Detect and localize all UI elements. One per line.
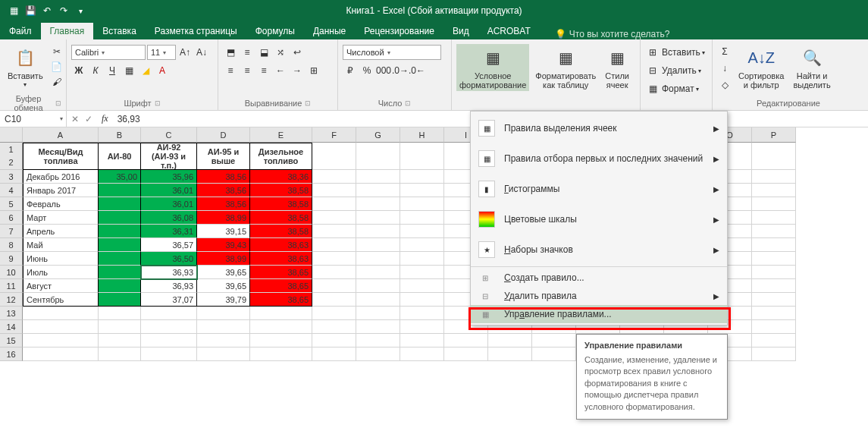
align-bottom-icon[interactable]: ⬓ — [256, 45, 271, 60]
cell[interactable] — [250, 348, 312, 361]
cell[interactable] — [400, 266, 444, 279]
cell[interactable] — [400, 197, 444, 211]
qat-customize-icon[interactable]: ▾ — [74, 5, 86, 17]
align-right-icon[interactable]: ≡ — [256, 63, 271, 78]
conditional-formatting-button[interactable]: ▦ Условное форматирование — [456, 44, 529, 91]
table-cell[interactable] — [99, 225, 141, 238]
cell[interactable] — [99, 334, 141, 348]
table-cell[interactable]: 36,93 — [141, 279, 197, 293]
cell[interactable] — [312, 334, 356, 348]
cell[interactable] — [312, 293, 356, 307]
cf-manage-rules[interactable]: ▦ Управление правилами... — [471, 305, 727, 323]
cell[interactable] — [752, 334, 796, 348]
table-cell[interactable]: 38,99 — [197, 211, 250, 225]
cell[interactable] — [356, 348, 400, 361]
table-cell[interactable] — [99, 293, 141, 307]
cell[interactable] — [752, 170, 796, 184]
cell[interactable] — [356, 252, 400, 266]
cell[interactable] — [752, 238, 796, 252]
row-header[interactable]: 10 — [0, 266, 23, 279]
cut-icon[interactable]: ✂ — [49, 44, 64, 59]
table-header-cell[interactable]: АИ-92 (АИ-93 и т.п.) — [141, 143, 197, 170]
row-header[interactable]: 9 — [0, 252, 23, 266]
cell[interactable] — [356, 266, 400, 279]
column-header[interactable]: E — [250, 127, 312, 143]
cell[interactable] — [752, 225, 796, 238]
cell[interactable] — [356, 225, 400, 238]
cell[interactable] — [752, 307, 796, 320]
row-header[interactable]: 5 — [0, 197, 23, 211]
cell[interactable] — [312, 184, 356, 197]
table-cell[interactable]: 37,07 — [141, 293, 197, 307]
font-size-combo[interactable]: 11▾ — [147, 45, 176, 60]
clear-icon[interactable]: ◇ — [717, 77, 732, 93]
table-cell[interactable]: 38,56 — [197, 184, 250, 197]
cell[interactable] — [752, 197, 796, 211]
number-format-combo[interactable]: Числовой▾ — [343, 45, 441, 60]
row-header[interactable]: 12 — [0, 143, 23, 170]
cell[interactable] — [197, 320, 250, 334]
table-cell[interactable] — [99, 252, 141, 266]
table-cell[interactable]: 38,36 — [250, 170, 312, 184]
cell[interactable] — [250, 320, 312, 334]
save-icon[interactable]: 💾 — [24, 5, 36, 17]
cell[interactable] — [444, 334, 488, 348]
row-header[interactable]: 11 — [0, 279, 23, 293]
cell[interactable] — [312, 252, 356, 266]
table-cell[interactable]: Март — [23, 211, 99, 225]
table-cell[interactable]: 36,57 — [141, 238, 197, 252]
tab-review[interactable]: Рецензирование — [355, 23, 443, 39]
cell[interactable] — [400, 143, 444, 170]
underline-button[interactable]: Ч — [105, 63, 120, 78]
table-cell[interactable]: Январь 2017 — [23, 184, 99, 197]
table-cell[interactable]: 36,01 — [141, 184, 197, 197]
cell[interactable] — [23, 320, 99, 334]
cell[interactable] — [356, 279, 400, 293]
align-top-icon[interactable]: ⬒ — [223, 45, 238, 60]
table-cell[interactable]: 38,99 — [197, 252, 250, 266]
table-cell[interactable] — [99, 184, 141, 197]
fill-color-icon[interactable]: ◢ — [138, 63, 153, 78]
table-cell[interactable]: 38,63 — [250, 238, 312, 252]
cell[interactable] — [99, 348, 141, 361]
table-cell[interactable]: Август — [23, 279, 99, 293]
table-cell[interactable]: 36,08 — [141, 211, 197, 225]
cell[interactable] — [752, 252, 796, 266]
row-header[interactable]: 15 — [0, 334, 23, 348]
cell[interactable] — [356, 211, 400, 225]
cell[interactable] — [197, 348, 250, 361]
table-cell[interactable]: Февраль — [23, 197, 99, 211]
table-cell[interactable]: 38,65 — [250, 279, 312, 293]
undo-icon[interactable]: ↶ — [41, 5, 53, 17]
cell[interactable] — [400, 307, 444, 320]
cell[interactable] — [356, 293, 400, 307]
cell[interactable] — [141, 320, 197, 334]
cf-icon-sets[interactable]: ★ Наборы значков ▶ — [471, 234, 727, 265]
table-cell[interactable]: 35,00 — [99, 170, 141, 184]
format-cells-button[interactable]: ▦Формат▾ — [645, 80, 707, 97]
table-cell[interactable] — [99, 266, 141, 279]
tab-data[interactable]: Данные — [304, 23, 355, 39]
table-cell[interactable]: Апрель — [23, 225, 99, 238]
cell[interactable] — [356, 184, 400, 197]
table-cell[interactable]: 38,56 — [197, 197, 250, 211]
row-header[interactable]: 16 — [0, 348, 23, 361]
merge-icon[interactable]: ⊞ — [306, 63, 321, 78]
cell[interactable] — [752, 293, 796, 307]
table-cell[interactable]: 36,93 — [141, 266, 197, 279]
table-cell[interactable]: 39,65 — [197, 266, 250, 279]
dialog-launcher-icon[interactable]: ⊡ — [305, 99, 311, 107]
cf-color-scales[interactable]: Цветовые шкалы ▶ — [471, 204, 727, 234]
decrease-font-icon[interactable]: A↓ — [194, 45, 209, 60]
cell[interactable] — [312, 320, 356, 334]
row-header[interactable]: 13 — [0, 307, 23, 320]
delete-cells-button[interactable]: ⊟Удалить▾ — [645, 62, 707, 79]
tab-page-layout[interactable]: Разметка страницы — [146, 23, 246, 39]
cell[interactable] — [250, 334, 312, 348]
row-header[interactable]: 12 — [0, 293, 23, 307]
cell[interactable] — [312, 211, 356, 225]
dialog-launcher-icon[interactable]: ⊡ — [405, 99, 411, 107]
cell-styles-button[interactable]: ▦ Стили ячеек — [602, 44, 632, 91]
cell[interactable] — [312, 238, 356, 252]
table-cell[interactable]: 39,43 — [197, 238, 250, 252]
